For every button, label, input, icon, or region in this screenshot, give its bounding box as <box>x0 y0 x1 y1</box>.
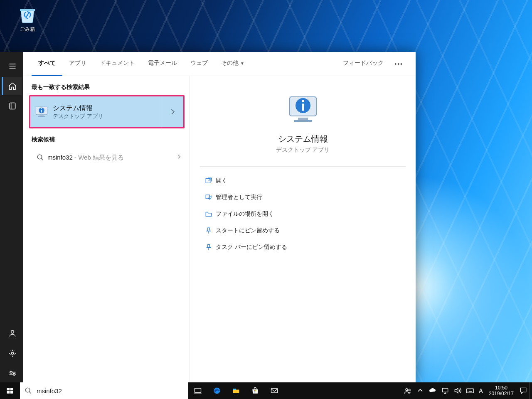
tray-overflow[interactable] <box>414 382 426 399</box>
svg-rect-22 <box>7 391 10 394</box>
svg-rect-19 <box>206 195 209 199</box>
web-suggestion[interactable]: msinfo32 - Web 結果を見る <box>29 148 185 167</box>
tray-volume-icon[interactable] <box>451 382 464 399</box>
svg-rect-29 <box>255 390 256 391</box>
svg-rect-0 <box>10 103 15 109</box>
rail-recent-button[interactable] <box>2 97 22 115</box>
action-pin-taskbar[interactable]: タスク バーにピン留めする <box>200 239 406 256</box>
people-button[interactable] <box>401 382 414 399</box>
search-rail <box>0 52 23 382</box>
open-icon <box>202 177 216 185</box>
svg-rect-23 <box>10 391 13 394</box>
pin-icon <box>202 244 216 251</box>
svg-rect-30 <box>254 392 255 392</box>
taskbar-app-explorer[interactable] <box>227 382 246 399</box>
svg-rect-31 <box>255 392 256 392</box>
taskbar-app-store[interactable] <box>246 382 265 399</box>
system-tray: A 10:50 2019/02/17 <box>401 382 532 399</box>
tab-web[interactable]: ウェブ <box>184 52 214 76</box>
action-open[interactable]: 開く <box>200 172 406 189</box>
svg-point-32 <box>406 389 408 391</box>
rail-home-button[interactable] <box>2 77 22 95</box>
search-icon <box>20 387 37 394</box>
divider <box>200 166 406 167</box>
svg-rect-18 <box>206 179 210 183</box>
tab-more-label: その他 <box>221 59 239 67</box>
preview-subtitle: デスクトップ アプリ <box>200 146 406 154</box>
action-run-admin[interactable]: 管理者として実行 <box>200 189 406 206</box>
preview-pane: システム情報 デスクトップ アプリ 開く 管理者として実行 <box>190 76 416 382</box>
tray-ime-icon[interactable] <box>464 382 476 399</box>
best-match-header: 最も一致する検索結果 <box>29 82 190 95</box>
chevron-right-icon <box>175 153 182 162</box>
svg-rect-27 <box>233 389 236 390</box>
svg-rect-14 <box>294 120 312 122</box>
search-tabs: すべて アプリ ドキュメント 電子メール ウェブ その他 ▼ フィードバック •… <box>23 52 416 76</box>
tab-email[interactable]: 電子メール <box>141 52 184 76</box>
options-button[interactable]: ••• <box>390 61 407 67</box>
system-info-icon <box>30 105 53 119</box>
tab-apps[interactable]: アプリ <box>62 52 93 76</box>
taskbar-search-input[interactable] <box>37 383 188 399</box>
tray-ime-mode[interactable]: A <box>476 382 485 399</box>
tab-documents[interactable]: ドキュメント <box>93 52 141 76</box>
show-desktop-button[interactable] <box>530 382 532 399</box>
tab-more[interactable]: その他 ▼ <box>214 52 251 76</box>
best-match-title: システム情報 <box>53 104 161 113</box>
rail-filters-button[interactable] <box>2 364 22 382</box>
recycle-bin-label: ごみ箱 <box>20 26 35 32</box>
taskbar-app-edge[interactable] <box>207 382 227 399</box>
preview-title: システム情報 <box>200 133 406 145</box>
search-icon <box>33 154 47 161</box>
task-view-button[interactable] <box>188 382 207 399</box>
tray-network-icon[interactable] <box>439 382 451 399</box>
action-pin-start[interactable]: スタートにピン留めする <box>200 222 406 239</box>
action-open-location[interactable]: ファイルの場所を開く <box>200 206 406 222</box>
rail-settings-button[interactable] <box>2 344 22 362</box>
action-center-button[interactable] <box>517 382 530 399</box>
tray-onedrive-icon[interactable] <box>426 382 439 399</box>
feedback-link[interactable]: フィードバック <box>336 52 390 76</box>
tab-all[interactable]: すべて <box>32 52 62 76</box>
web-suggestion-text: msinfo32 - Web 結果を見る <box>47 154 175 162</box>
svg-rect-16 <box>302 103 304 111</box>
recycle-bin[interactable]: ごみ箱 <box>12 4 43 33</box>
clock-date: 2019/02/17 <box>489 391 514 397</box>
shield-icon <box>202 194 216 201</box>
svg-point-1 <box>11 330 14 333</box>
rail-expand-button[interactable] <box>2 57 22 75</box>
rail-account-button[interactable] <box>2 324 22 342</box>
pin-icon <box>202 227 216 234</box>
svg-rect-34 <box>442 388 448 392</box>
svg-rect-28 <box>254 390 255 391</box>
best-match-result[interactable]: システム情報 デスクトップ アプリ <box>29 95 185 128</box>
taskbar: A 10:50 2019/02/17 <box>0 382 532 399</box>
taskbar-search[interactable] <box>20 382 188 399</box>
svg-point-10 <box>41 108 42 109</box>
start-search-flyout: すべて アプリ ドキュメント 電子メール ウェブ その他 ▼ フィードバック •… <box>0 52 416 382</box>
svg-rect-6 <box>39 116 44 117</box>
windows-logo-icon <box>6 387 14 394</box>
best-match-open-preview[interactable] <box>161 96 183 127</box>
start-button[interactable] <box>0 382 20 399</box>
svg-rect-13 <box>298 118 308 120</box>
svg-point-24 <box>25 388 30 392</box>
svg-rect-35 <box>467 389 474 393</box>
taskbar-app-mail[interactable] <box>265 382 284 399</box>
svg-point-33 <box>409 389 410 391</box>
svg-rect-9 <box>41 110 42 113</box>
system-info-icon <box>285 93 321 126</box>
best-match-subtitle: デスクトップ アプリ <box>53 113 161 120</box>
svg-rect-7 <box>38 116 45 117</box>
suggestions-header: 検索候補 <box>29 134 190 148</box>
results-column: 最も一致する検索結果 システム情報 <box>23 76 190 382</box>
svg-rect-25 <box>195 388 201 392</box>
chevron-down-icon: ▼ <box>240 61 244 66</box>
svg-rect-21 <box>10 388 13 390</box>
search-panel: すべて アプリ ドキュメント 電子メール ウェブ その他 ▼ フィードバック •… <box>23 52 416 382</box>
svg-point-11 <box>37 155 42 159</box>
svg-rect-20 <box>7 388 10 390</box>
folder-icon <box>202 210 216 218</box>
svg-point-3 <box>10 371 12 373</box>
taskbar-clock[interactable]: 10:50 2019/02/17 <box>485 385 517 397</box>
